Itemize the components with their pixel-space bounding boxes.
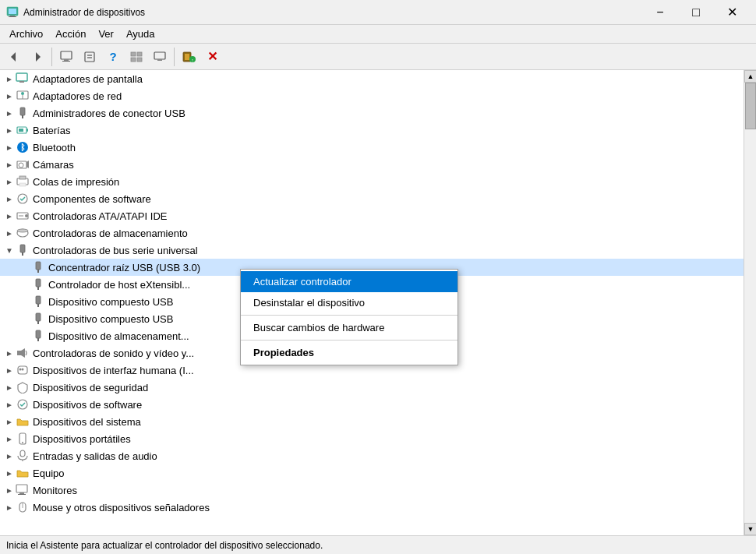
svg-rect-50 (36, 279, 41, 287)
chevron-icon: ► (3, 432, 16, 445)
update-button[interactable]: ↑ (178, 46, 200, 68)
item-label: Dispositivo compuesto USB (48, 296, 173, 308)
chevron-placeholder (19, 278, 31, 291)
chevron-icon: ► (3, 90, 16, 102)
item-label: Adaptadores de pantalla (33, 73, 143, 85)
svg-rect-53 (37, 304, 39, 307)
menu-ver[interactable]: Ver (92, 26, 120, 41)
usb-icon (31, 312, 45, 326)
device-icon (16, 363, 30, 377)
device-icon (16, 192, 30, 206)
svg-rect-66 (20, 450, 25, 457)
tree-item-administradores-usb[interactable]: ► Administradores de conector USB (0, 104, 744, 122)
tree-item-controladoras-almacenamiento[interactable]: ► Controladoras de almacenamiento (0, 224, 744, 242)
chevron-icon: ► (3, 72, 16, 85)
usb-icon (31, 295, 45, 309)
item-label: Controladoras de sonido y vídeo y... (33, 348, 194, 359)
usb-icon (31, 329, 45, 343)
svg-rect-39 (19, 183, 26, 186)
device-icon (16, 157, 30, 171)
item-label: Dispositivo compuesto USB (48, 313, 173, 325)
tree-item-bluetooth[interactable]: ► ᛒ Bluetooth (0, 139, 744, 156)
svg-rect-57 (37, 338, 39, 341)
ctx-actualizar-controlador[interactable]: Actualizar controlador (241, 271, 457, 292)
chevron-placeholder (19, 330, 31, 342)
item-label: Adaptadores de red (33, 90, 122, 102)
svg-point-36 (19, 163, 23, 168)
chevron-icon: ► (3, 210, 16, 222)
menu-accion[interactable]: Acción (49, 26, 92, 41)
tree-item-adaptadores-pantalla[interactable]: ► Adaptadores de pantalla (0, 70, 744, 87)
svg-rect-6 (61, 51, 72, 59)
menu-ayuda[interactable]: Ayuda (120, 26, 161, 41)
tree-item-mouse[interactable]: ► Mouse y otros dispositivos señaladores (0, 499, 744, 516)
tree-item-monitores[interactable]: ► Monitores (0, 482, 744, 499)
svg-rect-13 (137, 52, 142, 56)
help-button[interactable]: ? (102, 46, 124, 68)
tree-item-dispositivos-software[interactable]: ► Dispositivos de software (0, 396, 744, 413)
tree-item-dispositivos-seguridad[interactable]: ► Dispositivos de seguridad (0, 379, 744, 396)
tree-item-adaptadores-red[interactable]: ► Adaptadores de red (0, 87, 744, 104)
minimize-button[interactable]: − (642, 0, 678, 25)
scroll-down-arrow[interactable]: ▼ (744, 523, 756, 535)
window-controls: − □ ✕ (642, 0, 750, 25)
item-label: Administradores de conector USB (33, 108, 185, 119)
tree-item-dispositivos-portatiles[interactable]: ► Dispositivos portátiles (0, 430, 744, 447)
ctx-desinstalar-dispositivo[interactable]: Desinstalar el dispositivo (241, 292, 457, 313)
forward-button[interactable] (26, 46, 48, 68)
item-label: Dispositivos de software (33, 399, 142, 411)
tree-item-camaras[interactable]: ► Cámaras (0, 156, 744, 173)
tree-item-dispositivos-sistema[interactable]: ► Dispositivos del sistema (0, 413, 744, 430)
device-icon (16, 243, 30, 257)
tree-item-equipo[interactable]: ► Equipo (0, 464, 744, 482)
computer-button[interactable] (55, 46, 77, 68)
svg-marker-4 (11, 52, 16, 62)
ctx-propiedades[interactable]: Propiedades (241, 342, 457, 363)
view-button[interactable] (125, 46, 147, 68)
folder-icon (16, 466, 30, 480)
tree-item-controladoras-usb[interactable]: ▼ Controladoras de bus serie universal (0, 242, 744, 259)
tree-item-controladoras-ata[interactable]: ► Controladoras ATA/ATAPI IDE (0, 207, 744, 224)
svg-point-42 (25, 214, 28, 217)
svg-rect-19 (185, 54, 189, 60)
svg-rect-69 (19, 492, 24, 494)
scroll-up-arrow[interactable]: ▲ (744, 70, 756, 83)
tree-item-colas-impresion[interactable]: ► Colas de impresión (0, 173, 744, 190)
device-icon (16, 380, 30, 394)
usb-icon (31, 277, 45, 291)
monitor-button[interactable] (149, 46, 171, 68)
item-label: Controladoras de bus serie universal (33, 245, 198, 256)
device-icon (16, 449, 30, 463)
svg-text:↑: ↑ (191, 58, 194, 63)
svg-rect-27 (20, 108, 25, 115)
back-button[interactable] (3, 46, 25, 68)
vertical-scrollbar[interactable]: ▲ ▼ (744, 70, 756, 535)
device-tree[interactable]: ► Adaptadores de pantalla ► Adaptadores … (0, 70, 744, 535)
item-label: Equipo (33, 468, 64, 479)
remove-button[interactable]: ✕ (201, 46, 223, 68)
tree-item-componentes-software[interactable]: ► Componentes de software (0, 190, 744, 207)
menu-archivo[interactable]: Archivo (3, 26, 49, 41)
svg-point-62 (22, 369, 24, 371)
device-icon (16, 346, 30, 360)
tree-item-baterias[interactable]: ► Baterías (0, 122, 744, 139)
scroll-track[interactable] (744, 83, 756, 523)
properties-button[interactable] (79, 46, 101, 68)
svg-rect-48 (36, 262, 41, 270)
tree-item-entradas-audio[interactable]: ► Entradas y salidas de audio (0, 447, 744, 464)
device-icon (16, 432, 30, 446)
maximize-button[interactable]: □ (678, 0, 714, 25)
svg-rect-47 (22, 252, 23, 256)
device-icon (16, 397, 30, 411)
chevron-icon: ► (3, 227, 16, 239)
close-button[interactable]: ✕ (714, 0, 750, 25)
ctx-buscar-cambios[interactable]: Buscar cambios de hardware (241, 317, 457, 338)
item-label: Baterías (33, 125, 70, 136)
svg-marker-5 (36, 52, 41, 62)
menu-bar: Archivo Acción Ver Ayuda (0, 25, 756, 44)
svg-rect-55 (37, 321, 39, 324)
main-content: ► Adaptadores de pantalla ► Adaptadores … (0, 70, 756, 535)
device-icon (16, 500, 30, 514)
scroll-thumb[interactable] (745, 83, 756, 129)
svg-rect-46 (20, 245, 25, 252)
